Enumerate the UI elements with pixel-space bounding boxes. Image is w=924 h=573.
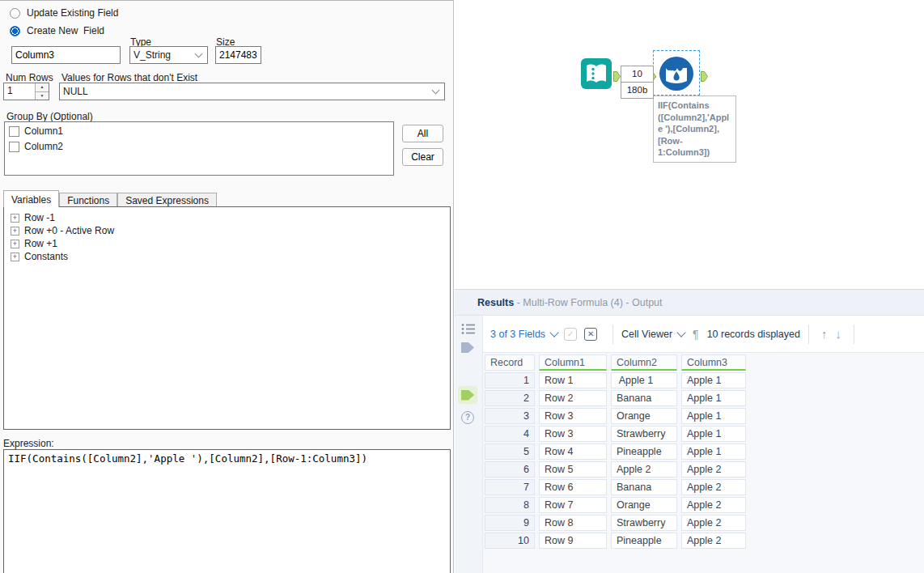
data-cell[interactable]: Banana: [611, 390, 677, 406]
chevron-down-icon[interactable]: [676, 328, 685, 337]
data-cell[interactable]: Apple 1: [681, 408, 746, 424]
text-input-tool-icon[interactable]: [581, 58, 612, 89]
record-number-cell[interactable]: 7: [485, 479, 535, 495]
output-anchor-tab-icon[interactable]: [461, 390, 474, 401]
expander-plus-icon[interactable]: +: [11, 240, 19, 248]
data-cell[interactable]: Row 8: [539, 515, 607, 531]
tree-item-row-plus0[interactable]: + Row +0 - Active Row: [11, 224, 450, 237]
output-anchor-icon[interactable]: [613, 71, 621, 82]
create-new-field-radio[interactable]: [10, 26, 20, 36]
values-for-rows-select[interactable]: NULL: [59, 83, 445, 100]
checkbox-icon[interactable]: [9, 142, 19, 152]
column-header[interactable]: Column1: [539, 354, 607, 371]
data-cell[interactable]: Apple 2: [681, 515, 746, 531]
record-number-cell[interactable]: 6: [485, 461, 535, 478]
data-cell[interactable]: Apple 2: [681, 497, 746, 513]
record-number-cell[interactable]: 9: [485, 515, 535, 531]
scroll-down-icon[interactable]: ↓: [835, 327, 841, 341]
tree-item-constants[interactable]: + Constants: [11, 250, 450, 263]
results-title: Results: [477, 297, 514, 308]
group-by-label: Group By (Optional): [6, 111, 93, 122]
column-header[interactable]: Record: [485, 354, 535, 371]
record-number-cell[interactable]: 5: [485, 444, 535, 460]
num-rows-stepper[interactable]: 1 ▲ ▼: [3, 83, 49, 100]
record-number-cell[interactable]: 1: [485, 372, 535, 388]
record-number-cell[interactable]: 4: [485, 426, 535, 442]
new-field-name-input[interactable]: [11, 46, 121, 64]
data-cell[interactable]: Row 7: [539, 497, 607, 513]
type-select[interactable]: V_String: [129, 46, 208, 64]
scroll-up-icon[interactable]: ↑: [821, 327, 828, 341]
values-for-rows-label: Values for Rows that don't Exist: [61, 72, 197, 83]
data-cell[interactable]: Orange: [611, 408, 677, 424]
spin-down-button[interactable]: ▼: [36, 91, 49, 100]
cell-viewer-dropdown[interactable]: Cell Viewer: [621, 329, 672, 340]
data-cell[interactable]: Apple 1: [681, 444, 746, 460]
tab-saved-expressions[interactable]: Saved Expressions: [117, 193, 217, 207]
data-cell[interactable]: Apple 2: [611, 461, 677, 478]
record-number-cell[interactable]: 8: [485, 497, 535, 513]
num-rows-value: 1: [4, 83, 35, 100]
expander-plus-icon[interactable]: +: [11, 253, 19, 261]
group-by-item-column2[interactable]: Column2: [9, 140, 393, 153]
data-cell[interactable]: Apple 1: [681, 390, 746, 406]
update-existing-field-label: Update Existing Field: [27, 7, 118, 19]
update-existing-field-radio[interactable]: [10, 8, 20, 19]
output-anchor-icon[interactable]: [701, 71, 708, 82]
data-cell[interactable]: Apple 1: [611, 372, 677, 388]
data-cell[interactable]: Row 1: [539, 372, 607, 388]
data-cell[interactable]: Apple 1: [681, 372, 746, 388]
expression-editor[interactable]: IIF(Contains([Column2],'Apple '),[Column…: [3, 449, 451, 573]
tree-item-row-minus1[interactable]: + Row -1: [11, 211, 450, 224]
workflow-canvas[interactable]: 10 180b IIF(Contains ([Column2],'Appl e …: [455, 0, 924, 289]
data-cell[interactable]: Row 2: [539, 390, 607, 406]
data-cell[interactable]: Row 3: [539, 426, 607, 442]
input-anchor-tab-icon[interactable]: [461, 342, 474, 353]
data-cell[interactable]: Orange: [611, 497, 677, 513]
data-cell[interactable]: Row 9: [539, 533, 607, 549]
tool-annotation[interactable]: IIF(Contains ([Column2],'Appl e '),[Colu…: [653, 96, 736, 163]
checkbox-icon[interactable]: [9, 126, 19, 137]
column-header[interactable]: Column2: [611, 354, 677, 371]
group-by-listbox: Column1 Column2: [4, 121, 394, 176]
output-anchor-tab-highlight[interactable]: [458, 386, 477, 404]
data-cell[interactable]: Apple 2: [681, 461, 746, 478]
toolbar-divider: [854, 325, 854, 344]
variables-tree: + Row -1 + Row +0 - Active Row + Row +1 …: [3, 206, 451, 430]
size-input[interactable]: [215, 46, 261, 64]
data-cell[interactable]: Banana: [611, 479, 677, 495]
data-cell[interactable]: Pineapple: [611, 533, 677, 549]
fields-dropdown[interactable]: 3 of 3 Fields: [490, 329, 545, 340]
help-icon[interactable]: ?: [461, 411, 474, 424]
config-list-icon[interactable]: [461, 323, 476, 335]
expander-plus-icon[interactable]: +: [11, 227, 19, 236]
expander-plus-icon[interactable]: +: [11, 214, 19, 223]
data-cell[interactable]: Apple 1: [681, 426, 746, 442]
clear-button[interactable]: Clear: [402, 148, 443, 166]
record-number-cell[interactable]: 2: [485, 390, 535, 406]
whitespace-toggle-icon[interactable]: ¶: [693, 328, 699, 341]
data-cell[interactable]: Row 4: [539, 444, 607, 460]
data-cell[interactable]: Apple 2: [681, 533, 746, 549]
data-cell[interactable]: Apple 2: [681, 479, 746, 495]
data-cell[interactable]: Row 3: [539, 408, 607, 424]
data-cell[interactable]: Row 5: [539, 461, 607, 478]
record-number-cell[interactable]: 10: [485, 533, 535, 549]
tree-item-row-plus1[interactable]: + Row +1: [11, 237, 450, 250]
tab-functions[interactable]: Functions: [59, 193, 117, 207]
chevron-down-icon[interactable]: [549, 328, 558, 337]
all-button[interactable]: All: [402, 125, 443, 142]
record-number-cell[interactable]: 3: [485, 408, 535, 424]
multi-row-formula-tool-icon[interactable]: [659, 57, 693, 91]
deselect-fields-icon[interactable]: ✕: [584, 328, 597, 341]
select-fields-check-icon[interactable]: ✓: [564, 328, 577, 341]
group-by-item-column1[interactable]: Column1: [9, 125, 393, 138]
multi-row-formula-config-panel: Update Existing Field Create New Field T…: [0, 0, 454, 573]
data-cell[interactable]: Strawberry: [611, 515, 677, 531]
column-header[interactable]: Column3: [681, 354, 746, 371]
data-cell[interactable]: Strawberry: [611, 426, 677, 442]
data-cell[interactable]: Row 6: [539, 479, 607, 495]
data-cell[interactable]: Pineapple: [611, 444, 677, 460]
spin-up-button[interactable]: ▲: [36, 83, 49, 91]
tab-variables[interactable]: Variables: [3, 190, 59, 207]
